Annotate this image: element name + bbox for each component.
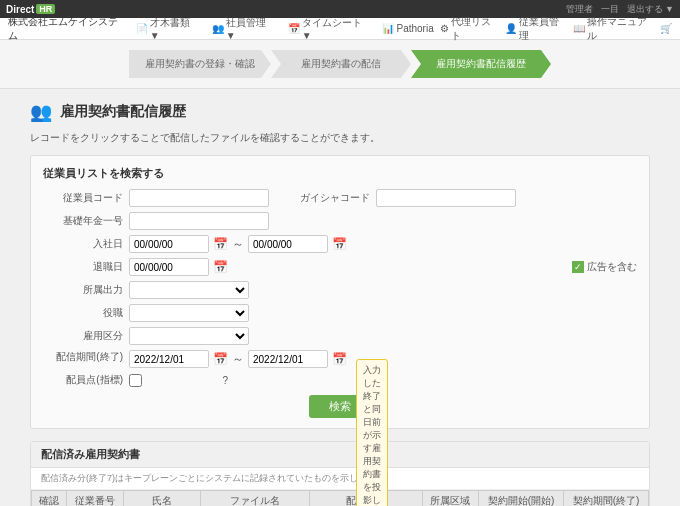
result-section: 配信済み雇用契約書 配信済み分(終了7)はキープレーンごとにシステムに記録されて… [30,441,650,506]
cart-icon[interactable]: 🛒 [660,23,672,34]
document-icon: 📄 [136,23,148,34]
form-row-employment-type: 雇用区分 [43,327,637,345]
include-retired-label: 広告を含む [587,260,637,274]
join-date-group: 📅 ～ 📅 [129,235,347,253]
employment-type-label: 雇用区分 [43,329,123,343]
col-filename: ファイル名 [201,491,310,507]
join-date-to-input[interactable] [248,235,328,253]
manual-link[interactable]: 📖 操作マニュアル [573,15,652,43]
nav-left: 株式会社エムケイシステム 📄 才木書類 ▼ 👥 社員管理 ▼ 📅 タイムシート … [8,14,440,43]
page-description: レコードをクリックすることで配信したファイルを確認することができます。 [30,131,650,145]
col-check: 確認 [32,491,67,507]
item-note: ? [148,375,228,386]
delivery-date-to-input[interactable] [248,350,328,368]
gaisha-code-input[interactable] [376,189,516,207]
item-label: 配員点(指標) [43,373,123,387]
nav-employees-label: 社員管理 ▼ [226,16,274,41]
office-label: 所属出力 [43,283,123,297]
steps-bar: 雇用契約書の登録・確認 雇用契約書の配信 雇用契約書配信履歴 [0,40,680,89]
position-label: 役職 [43,306,123,320]
cal-icon-join-to[interactable]: 📅 [332,237,347,251]
tilde-delivery: ～ [232,351,244,368]
position-select[interactable] [129,304,249,322]
include-retired-checkbox-row: ✓ 広告を含む [572,260,637,274]
join-date-from-input[interactable] [129,235,209,253]
cal-icon-retire-from[interactable]: 📅 [213,260,228,274]
retire-date-group: 📅 [129,258,228,276]
main-content: 👥 雇用契約書配信履歴 レコードをクリックすることで配信したファイルを確認するこ… [0,89,680,506]
nav-item-documents[interactable]: 📄 才木書類 ▼ [130,14,204,43]
page-title-icon: 👥 [30,101,52,123]
proxy-list-link[interactable]: ⚙ 代理リスト [440,15,497,43]
search-section: 従業員リストを検索する 従業員コード ガイシャコード 基礎年金一号 入社日 📅 … [30,155,650,429]
include-retired-checkbox[interactable]: ✓ [572,261,584,273]
col-contract-end: 契約期間(終了) [564,491,649,507]
nav-item-employees[interactable]: 👥 社員管理 ▼ [206,14,280,43]
retire-date-from-input[interactable] [129,258,209,276]
col-office: 所属区域 [422,491,479,507]
form-row-retire-date: 退職日 📅 ✓ 広告を含む [43,258,637,276]
col-name: 氏名 [123,491,200,507]
cal-icon-join-from[interactable]: 📅 [213,237,228,251]
delivery-date-from-input[interactable] [129,350,209,368]
result-note: 配信済み分(終了7)はキープレーンごとにシステムに記録されていたものを示します。 [31,468,649,490]
form-row-position: 役職 [43,304,637,322]
join-date-label: 入社日 [43,237,123,251]
delivery-date-group: 📅 ～ 📅 入力した終了と同日前が示す雇用契約書を投影します。 タスケンプト形式… [129,350,351,368]
step-3[interactable]: 雇用契約書配信履歴 [411,50,551,78]
search-btn-row: 検索 [43,395,637,418]
pathoria-icon: 📊 [382,23,394,34]
nav-right: ⚙ 代理リスト 👤 従業員管理 📖 操作マニュアル 🛒 [440,15,672,43]
search-section-title: 従業員リストを検索する [43,166,637,181]
logo: Direct HR [6,4,55,15]
gaisha-code-label: ガイシャコード [275,191,370,205]
nav-pathoria-label: Pathoria [396,23,433,34]
nav-item-pathoria[interactable]: 📊 Pathoria [376,21,439,36]
form-row-2: 基礎年金一号 [43,212,637,230]
cal-icon-delivery-from[interactable]: 📅 [213,352,228,366]
form-row-1: 従業員コード ガイシャコード [43,189,637,207]
form-row-office: 所属出力 [43,281,637,299]
nav-item-timesheet[interactable]: 📅 タイムシート ▼ [282,14,375,43]
form-row-item: 配員点(指標) ? [43,373,637,387]
page-title: 雇用契約書配信履歴 [60,103,186,121]
item-checkbox[interactable] [129,374,142,387]
employment-type-select[interactable] [129,327,249,345]
nav-documents-label: 才木書類 ▼ [150,16,198,41]
timesheet-icon: 📅 [288,23,300,34]
form-row-delivery-date: 配信期間(終了) 📅 ～ 📅 入力した終了と同日前が示す雇用契約書を投影します。… [43,350,637,368]
result-title: 配信済み雇用契約書 [31,442,649,468]
logo-icon: HR [36,4,55,14]
office-select[interactable] [129,281,249,299]
employee-management-link[interactable]: 👤 従業員管理 [505,15,565,43]
delivery-date-label: 配信期間(終了) [43,350,123,364]
employee-code-label: 従業員コード [43,191,123,205]
tilde-join: ～ [232,236,244,253]
form-row-join-date: 入社日 📅 ～ 📅 [43,235,637,253]
cal-icon-delivery-to[interactable]: 📅 [332,352,347,366]
col-emp-num: 従業番号 [67,491,124,507]
basic-pension-input[interactable] [129,212,269,230]
tooltip-box: 入力した終了と同日前が示す雇用契約書を投影します。 タスケンプト形式の場合に限り… [356,359,388,506]
step-1[interactable]: 雇用契約書の登録・確認 [129,50,271,78]
logo-text: Direct [6,4,34,15]
col-contract-start: 契約開始(開始) [479,491,564,507]
step-2[interactable]: 雇用契約書の配信 [271,50,411,78]
nav-timesheet-label: タイムシート ▼ [302,16,369,41]
page-title-row: 👥 雇用契約書配信履歴 [30,101,650,123]
basic-pension-label: 基礎年金一号 [43,214,123,228]
result-table: 確認 従業番号 氏名 ファイル名 配信日時 所属区域 契約開始(開始) 契約期間… [31,490,649,506]
nav-bar: 株式会社エムケイシステム 📄 才木書類 ▼ 👥 社員管理 ▼ 📅 タイムシート … [0,18,680,40]
company-name: 株式会社エムケイシステム [8,15,120,43]
employee-code-input[interactable] [129,189,269,207]
retire-date-label: 退職日 [43,260,123,274]
employees-icon: 👥 [212,23,224,34]
